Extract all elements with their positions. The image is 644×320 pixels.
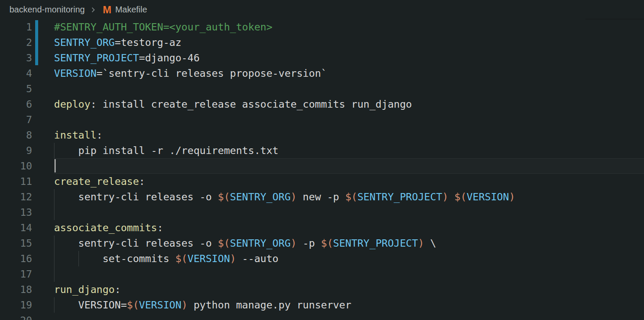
token-text: : [157, 222, 163, 234]
line-number: 10 [0, 158, 32, 174]
code-line[interactable]: 14associate_commits: [0, 220, 644, 235]
line-number: 3 [0, 50, 32, 66]
token-text: --auto [236, 253, 278, 265]
token-text: =testorg-az [114, 36, 181, 48]
token-text: : install create_release associate_commi… [90, 98, 412, 110]
token-text: =django-46 [139, 52, 199, 64]
line-content: deploy: install create_release associate… [54, 97, 412, 112]
code-line[interactable]: 2SENTRY_ORG=testorg-az [0, 35, 644, 50]
token-variable: SENTRY_ORG [230, 191, 290, 203]
line-number: 6 [0, 97, 32, 112]
indent-guide [54, 266, 54, 282]
token-interp: $( [218, 191, 230, 203]
token-target: create_release [54, 175, 139, 187]
breadcrumb: backend-monitoring M Makefile [0, 0, 644, 19]
token-text: sentry-cli releases -o [54, 237, 218, 249]
line-content: set-commits $(VERSION) --auto [54, 251, 279, 266]
line-number: 20 [0, 313, 32, 320]
chevron-right-icon [89, 6, 97, 14]
token-comment: #SENTRY_AUTH_TOKEN=<your_auth_token> [54, 21, 272, 33]
line-number: 15 [0, 235, 32, 251]
line-number: 17 [0, 266, 32, 282]
token-variable: VERSION [139, 299, 181, 311]
code-line[interactable]: 13 [0, 205, 644, 220]
token-interp: $( [218, 237, 230, 249]
line-number: 7 [0, 112, 32, 127]
line-number: 16 [0, 251, 32, 266]
code-line[interactable]: 9 pip install -r ./requirements.txt [0, 143, 644, 158]
line-content: sentry-cli releases -o $(SENTRY_ORG) new… [54, 189, 515, 205]
code-line[interactable]: 12 sentry-cli releases -o $(SENTRY_ORG) … [0, 189, 644, 205]
line-content: install: [54, 127, 102, 143]
token-variable: VERSION [54, 67, 96, 79]
line-number: 5 [0, 81, 32, 97]
line-number: 18 [0, 282, 32, 297]
line-content: SENTRY_PROJECT=django-46 [54, 50, 200, 66]
token-variable: SENTRY_PROJECT [333, 237, 418, 249]
line-number: 13 [0, 205, 32, 220]
code-line[interactable]: 10 [0, 158, 644, 174]
token-interp: $( [175, 253, 187, 265]
line-content: associate_commits: [54, 220, 163, 235]
editor-top-shadow [585, 19, 644, 19]
code-line[interactable]: 4VERSION=`sentry-cli releases propose-ve… [0, 66, 644, 81]
line-number: 19 [0, 297, 32, 313]
code-line[interactable]: 20 [0, 313, 644, 320]
code-line[interactable]: 3SENTRY_PROJECT=django-46 [0, 50, 644, 66]
token-interp: ) [509, 191, 515, 203]
line-number: 8 [0, 127, 32, 143]
code-line[interactable]: 15 sentry-cli releases -o $(SENTRY_ORG) … [0, 235, 644, 251]
token-variable: SENTRY_ORG [54, 36, 114, 48]
line-number: 12 [0, 189, 32, 205]
code-line[interactable]: 6deploy: install create_release associat… [0, 97, 644, 112]
token-target: associate_commits [54, 222, 157, 234]
code-line[interactable]: 18run_django: [0, 282, 644, 297]
token-interp: ) [181, 299, 187, 311]
token-text: pip install -r ./requirements.txt [54, 145, 278, 157]
current-line-highlight [54, 158, 644, 174]
code-line[interactable]: 16 set-commits $(VERSION) --auto [0, 251, 644, 266]
token-interp: ) [291, 191, 297, 203]
breadcrumb-file-label: Makefile [115, 5, 147, 15]
indent-guide [54, 205, 54, 220]
code-line[interactable]: 17 [0, 266, 644, 282]
token-variable: VERSION [466, 191, 509, 203]
token-text: : [114, 284, 120, 296]
token-interp: $( [454, 191, 466, 203]
line-content: SENTRY_ORG=testorg-az [54, 35, 181, 50]
code-line[interactable]: 7 [0, 112, 644, 127]
token-text [448, 191, 454, 203]
code-line[interactable]: 11create_release: [0, 174, 644, 189]
code-line[interactable]: 1#SENTRY_AUTH_TOKEN=<your_auth_token> [0, 19, 644, 35]
token-variable: SENTRY_PROJECT [54, 52, 139, 64]
token-interp: $( [127, 299, 139, 311]
line-content: pip install -r ./requirements.txt [54, 143, 278, 158]
token-target: install [54, 129, 96, 141]
code-line[interactable]: 19 VERSION=$(VERSION) python manage.py r… [0, 297, 644, 313]
line-content: VERSION=`sentry-cli releases propose-ver… [54, 66, 327, 81]
gutter-modified-indicator [35, 20, 38, 65]
token-text: python manage.py runserver [187, 299, 351, 311]
token-target: run_django [54, 284, 114, 296]
token-variable: SENTRY_ORG [230, 237, 290, 249]
token-interp: $( [321, 237, 333, 249]
code-line[interactable]: 8install: [0, 127, 644, 143]
code-line[interactable]: 5 [0, 81, 644, 97]
token-target: deploy [54, 98, 90, 110]
line-number: 2 [0, 35, 32, 50]
breadcrumb-folder[interactable]: backend-monitoring [9, 5, 85, 15]
breadcrumb-file[interactable]: M Makefile [99, 5, 147, 15]
makefile-icon: M [103, 5, 111, 15]
token-text: VERSION= [54, 299, 127, 311]
token-text: : [139, 175, 145, 187]
token-interp: ) [418, 237, 424, 249]
line-content: VERSION=$(VERSION) python manage.py runs… [54, 297, 351, 313]
line-number: 14 [0, 220, 32, 235]
token-text: set-commits [54, 253, 175, 265]
token-text: : [96, 129, 102, 141]
token-text: sentry-cli releases -o [54, 191, 218, 203]
token-variable: SENTRY_PROJECT [357, 191, 442, 203]
token-text: new -p [297, 191, 345, 203]
text-cursor [54, 159, 56, 172]
code-editor[interactable]: 1#SENTRY_AUTH_TOKEN=<your_auth_token>2SE… [0, 19, 644, 320]
